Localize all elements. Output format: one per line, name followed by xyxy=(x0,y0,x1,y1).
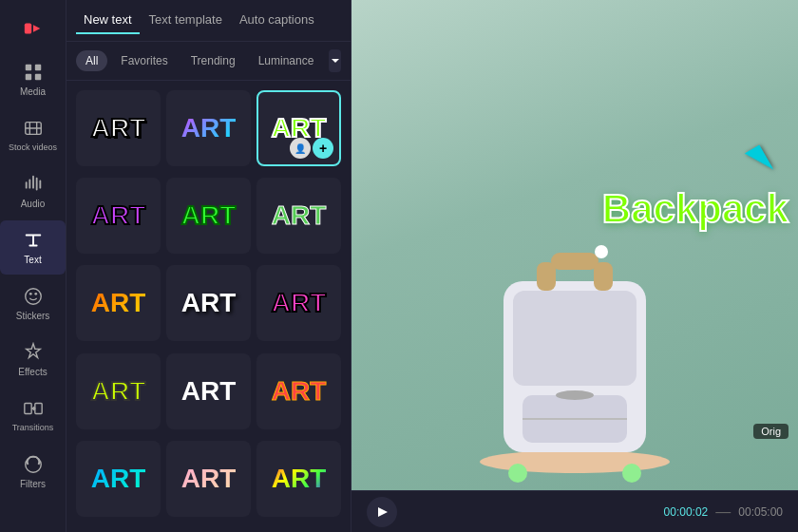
sidebar-item-text[interactable]: Text xyxy=(0,220,66,275)
preview-canvas[interactable]: Backpack Orig xyxy=(352,0,798,490)
current-time: 00:00:02 xyxy=(664,505,709,519)
filter-all[interactable]: All xyxy=(76,50,107,71)
text-style-5[interactable]: ART xyxy=(166,178,251,254)
preview-area: Backpack Orig 00:00:02 — 00:05:00 xyxy=(352,0,798,532)
svg-rect-2 xyxy=(34,65,40,70)
tab-new-text[interactable]: New text xyxy=(76,7,140,34)
sidebar-item-stock[interactable]: Stock videos xyxy=(0,108,66,162)
sidebar-media-label: Media xyxy=(20,86,46,97)
transform-handle[interactable] xyxy=(595,245,608,258)
filter-luminance[interactable]: Luminance xyxy=(249,50,324,71)
time-separator: — xyxy=(715,504,731,521)
sidebar-item-media[interactable]: Media xyxy=(0,52,66,106)
sidebar-filters-label: Filters xyxy=(20,479,46,489)
text-style-12[interactable]: ART xyxy=(256,353,341,429)
sidebar-audio-label: Audio xyxy=(21,199,46,209)
svg-point-22 xyxy=(556,390,594,400)
text-style-8[interactable]: ART xyxy=(166,265,251,341)
tab-text-template[interactable]: Text template xyxy=(142,7,230,34)
sidebar-item-filters[interactable]: Filters xyxy=(0,445,66,499)
sidebar: Media Stock videos Audio Text Stickers E… xyxy=(0,0,66,532)
text-style-13[interactable]: ART xyxy=(76,441,161,517)
art-text-label: ART xyxy=(272,288,327,318)
text-panel: New text Text template Auto captions All… xyxy=(66,0,352,532)
filter-dropdown-btn[interactable] xyxy=(329,49,341,72)
art-text-label: ART xyxy=(272,464,327,494)
total-time: 00:05:00 xyxy=(738,505,783,519)
text-style-4[interactable]: ART xyxy=(76,178,161,254)
svg-rect-3 xyxy=(25,74,30,80)
sidebar-item-audio[interactable]: Audio xyxy=(0,164,66,218)
text-style-14[interactable]: ART xyxy=(166,441,251,517)
sidebar-effects-label: Effects xyxy=(18,367,47,377)
filter-favorites[interactable]: Favorites xyxy=(111,50,177,71)
play-button[interactable] xyxy=(367,497,397,527)
text-style-1[interactable]: ART xyxy=(76,90,161,166)
text-style-2[interactable]: ART xyxy=(166,90,251,166)
text-style-15[interactable]: ART xyxy=(256,441,341,517)
svg-rect-19 xyxy=(551,253,598,270)
text-style-11[interactable]: ART xyxy=(166,353,251,429)
art-text-label: ART xyxy=(272,376,327,407)
text-style-9[interactable]: ART xyxy=(256,265,341,341)
svg-point-13 xyxy=(508,464,527,483)
panel-tabs: New text Text template Auto captions xyxy=(66,0,351,42)
art-text-label: ART xyxy=(181,113,237,143)
art-text-label: ART xyxy=(181,200,237,231)
svg-rect-16 xyxy=(513,291,636,386)
svg-rect-10 xyxy=(34,403,41,413)
art-text-label: ART xyxy=(272,200,327,231)
sidebar-item-effects[interactable]: Effects xyxy=(0,332,66,387)
svg-point-6 xyxy=(25,289,41,305)
sidebar-item-stickers[interactable]: Stickers xyxy=(0,276,66,331)
text-style-10[interactable]: ART xyxy=(76,353,161,429)
preview-text-overlay: Backpack xyxy=(602,186,788,232)
sidebar-transitions-label: Transitions xyxy=(12,423,54,433)
svg-rect-4 xyxy=(34,74,40,80)
art-text-label: ART xyxy=(91,288,146,318)
art-text-label: ART xyxy=(181,464,237,494)
sidebar-stickers-label: Stickers xyxy=(16,311,50,321)
svg-rect-0 xyxy=(24,24,30,34)
text-style-6[interactable]: ART xyxy=(256,178,341,254)
text-style-7[interactable]: ART xyxy=(76,265,161,341)
svg-rect-9 xyxy=(24,403,30,413)
filter-row: All Favorites Trending Luminance xyxy=(66,42,351,81)
sidebar-logo xyxy=(0,10,66,50)
svg-point-14 xyxy=(622,464,641,483)
bottom-bar: 00:00:02 — 00:05:00 xyxy=(352,490,798,532)
tab-auto-captions[interactable]: Auto captions xyxy=(232,7,322,34)
text-style-grid: ART ART ART 👤 + ART ART ART ART ART ART xyxy=(66,81,351,532)
art-text-label: ART xyxy=(181,376,237,407)
art-text-label: ART xyxy=(91,113,146,143)
art-text-label: ART xyxy=(181,288,237,318)
svg-rect-1 xyxy=(25,65,30,70)
text-style-3[interactable]: ART 👤 + xyxy=(256,90,341,166)
user-avatar-badge: 👤 xyxy=(290,138,311,159)
sidebar-stock-label: Stock videos xyxy=(9,142,57,153)
art-text-label: ART xyxy=(91,200,146,231)
art-text-label: ART xyxy=(91,376,146,407)
sidebar-text-label: Text xyxy=(24,255,41,265)
art-text-label: ART xyxy=(91,464,146,494)
sidebar-item-transitions[interactable]: Transitions xyxy=(0,389,66,443)
orig-badge: Orig xyxy=(753,424,788,439)
svg-point-12 xyxy=(480,450,670,473)
filter-trending[interactable]: Trending xyxy=(181,50,245,71)
add-to-canvas-btn[interactable]: + xyxy=(313,138,333,159)
